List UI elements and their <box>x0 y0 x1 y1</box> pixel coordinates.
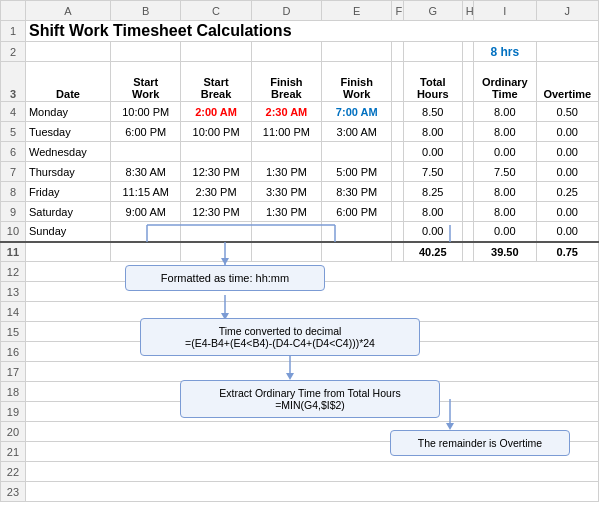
header-start-work: StartWork <box>111 62 181 102</box>
tuesday-total: 8.00 <box>403 122 462 142</box>
spreadsheet-container: A B C D E F G H I J 1 Shift Work Timeshe… <box>0 0 599 524</box>
day-friday: Friday <box>25 182 110 202</box>
friday-ordinary: 8.00 <box>474 182 536 202</box>
friday-finish-break: 3:30 PM <box>251 182 321 202</box>
callout-time-decimal: Time converted to decimal =(E4-B4+(E4<B4… <box>140 318 420 356</box>
monday-overtime: 0.50 <box>536 102 598 122</box>
tuesday-start-break: 10:00 PM <box>181 122 251 142</box>
header-date: Date <box>25 62 110 102</box>
day-monday: Monday <box>25 102 110 122</box>
row-num-3: 3 <box>1 62 26 102</box>
monday-total: 8.50 <box>403 102 462 122</box>
friday-total: 8.25 <box>403 182 462 202</box>
col-e-header: E <box>322 1 392 21</box>
extract-ordinary-line2: =MIN(G4,$I$2) <box>191 399 429 411</box>
day-tuesday: Tuesday <box>25 122 110 142</box>
row-23: 23 <box>1 482 599 502</box>
header-total-hours: TotalHours <box>403 62 462 102</box>
row-2: 2 8 hrs <box>1 42 599 62</box>
thursday-finish-break: 1:30 PM <box>251 162 321 182</box>
monday-ordinary: 8.00 <box>474 102 536 122</box>
col-j-header: J <box>536 1 598 21</box>
day-saturday: Saturday <box>25 202 110 222</box>
row-11-totals: 11 40.25 39.50 0.75 <box>1 242 599 262</box>
thursday-start-break: 12:30 PM <box>181 162 251 182</box>
spreadsheet-table: A B C D E F G H I J 1 Shift Work Timeshe… <box>0 0 599 502</box>
wednesday-ordinary: 0.00 <box>474 142 536 162</box>
row-4-monday: 4 Monday 10:00 PM 2:00 AM 2:30 AM 7:00 A… <box>1 102 599 122</box>
header-start-break: StartBreak <box>181 62 251 102</box>
row-6-wednesday: 6 Wednesday 0.00 0.00 0.00 <box>1 142 599 162</box>
saturday-total: 8.00 <box>403 202 462 222</box>
header-ordinary-time: OrdinaryTime <box>474 62 536 102</box>
time-decimal-line2: =(E4-B4+(E4<B4)-(D4-C4+(D4<C4)))*24 <box>151 337 409 349</box>
extract-ordinary-line1: Extract Ordinary Time from Total Hours <box>191 387 429 399</box>
saturday-finish-break: 1:30 PM <box>251 202 321 222</box>
saturday-start-break: 12:30 PM <box>181 202 251 222</box>
monday-finish-work: 7:00 AM <box>322 102 392 122</box>
saturday-ordinary: 8.00 <box>474 202 536 222</box>
day-thursday: Thursday <box>25 162 110 182</box>
total-overtime: 0.75 <box>536 242 598 262</box>
row-17: 17 <box>1 362 599 382</box>
saturday-finish-work: 6:00 PM <box>322 202 392 222</box>
header-finish-work: FinishWork <box>322 62 392 102</box>
row-22: 22 <box>1 462 599 482</box>
friday-start-break: 2:30 PM <box>181 182 251 202</box>
day-wednesday: Wednesday <box>25 142 110 162</box>
wednesday-overtime: 0.00 <box>536 142 598 162</box>
row-10-sunday: 10 Sunday 0.00 0.00 0.00 <box>1 222 599 242</box>
header-finish-break: FinishBreak <box>251 62 321 102</box>
callout-formatted-time: Formatted as time: hh:mm <box>125 265 325 291</box>
col-c-header: C <box>181 1 251 21</box>
spreadsheet-title: Shift Work Timesheet Calculations <box>25 21 598 42</box>
col-g-header: G <box>403 1 462 21</box>
friday-overtime: 0.25 <box>536 182 598 202</box>
col-f-header: F <box>392 1 403 21</box>
col-h-header: H <box>462 1 473 21</box>
row-7-thursday: 7 Thursday 8:30 AM 12:30 PM 1:30 PM 5:00… <box>1 162 599 182</box>
thursday-total: 7.50 <box>403 162 462 182</box>
col-a-header: A <box>25 1 110 21</box>
thursday-start-work: 8:30 AM <box>111 162 181 182</box>
row-num-1: 1 <box>1 21 26 42</box>
callout-remainder-overtime: The remainder is Overtime <box>390 430 570 456</box>
day-sunday: Sunday <box>25 222 110 242</box>
row-9-saturday: 9 Saturday 9:00 AM 12:30 PM 1:30 PM 6:00… <box>1 202 599 222</box>
hrs-label: 8 hrs <box>474 42 536 62</box>
time-decimal-line1: Time converted to decimal <box>151 325 409 337</box>
tuesday-start-work: 6:00 PM <box>111 122 181 142</box>
col-header-row: A B C D E F G H I J <box>1 1 599 21</box>
total-ordinary: 39.50 <box>474 242 536 262</box>
tuesday-overtime: 0.00 <box>536 122 598 142</box>
col-b-header: B <box>111 1 181 21</box>
total-total: 40.25 <box>403 242 462 262</box>
friday-finish-work: 8:30 PM <box>322 182 392 202</box>
monday-start-break: 2:00 AM <box>181 102 251 122</box>
sunday-total: 0.00 <box>403 222 462 242</box>
tuesday-finish-work: 3:00 AM <box>322 122 392 142</box>
tuesday-ordinary: 8.00 <box>474 122 536 142</box>
monday-start-work: 10:00 PM <box>111 102 181 122</box>
saturday-start-work: 9:00 AM <box>111 202 181 222</box>
remainder-overtime-text: The remainder is Overtime <box>418 437 542 449</box>
thursday-ordinary: 7.50 <box>474 162 536 182</box>
row-8-friday: 8 Friday 11:15 AM 2:30 PM 3:30 PM 8:30 P… <box>1 182 599 202</box>
row-1: 1 Shift Work Timesheet Calculations <box>1 21 599 42</box>
wednesday-total: 0.00 <box>403 142 462 162</box>
row-3-headers: 3 Date StartWork StartBreak FinishBreak … <box>1 62 599 102</box>
saturday-overtime: 0.00 <box>536 202 598 222</box>
callout-extract-ordinary: Extract Ordinary Time from Total Hours =… <box>180 380 440 418</box>
thursday-overtime: 0.00 <box>536 162 598 182</box>
col-i-header: I <box>474 1 536 21</box>
monday-finish-break: 2:30 AM <box>251 102 321 122</box>
row-num-2: 2 <box>1 42 26 62</box>
tuesday-finish-break: 11:00 PM <box>251 122 321 142</box>
thursday-finish-work: 5:00 PM <box>322 162 392 182</box>
header-overtime: Overtime <box>536 62 598 102</box>
col-d-header: D <box>251 1 321 21</box>
sunday-overtime: 0.00 <box>536 222 598 242</box>
sunday-ordinary: 0.00 <box>474 222 536 242</box>
row-5-tuesday: 5 Tuesday 6:00 PM 10:00 PM 11:00 PM 3:00… <box>1 122 599 142</box>
friday-start-work: 11:15 AM <box>111 182 181 202</box>
